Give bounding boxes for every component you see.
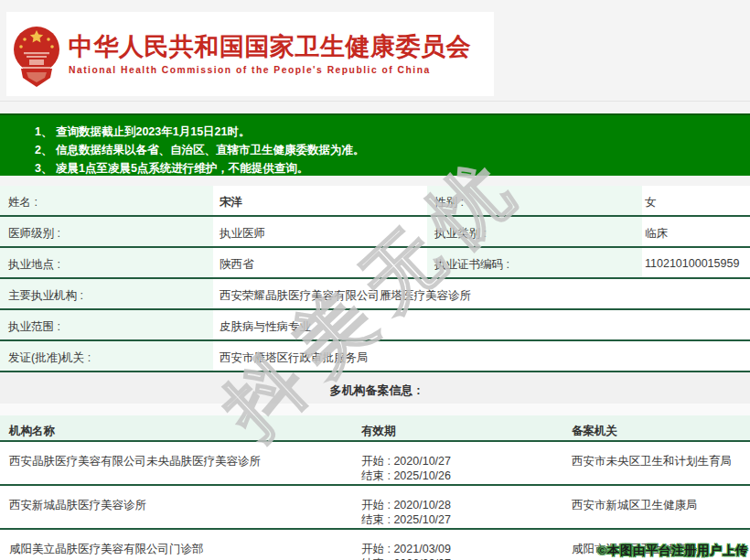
org-validity: 开始 : 2020/10/27 结束 : 2025/10/26 [361, 442, 572, 484]
field-value-main-institution: 西安荣耀晶肤医疗美容有限公司雁塔医疗美容诊所 [213, 279, 750, 308]
table-row: 姓名 : 宋洋 性别 : 女 [0, 186, 750, 217]
field-label-certificate-number: 执业证书编码 : [427, 248, 642, 277]
query-notice-panel: 1、 查询数据截止到2023年1月15日21时。 2、 信息数据结果以各省、自治… [0, 113, 750, 176]
org-name: 西安新城晶肤医疗美容诊所 [0, 486, 361, 528]
field-label-practice-scope: 执业范围 : [0, 310, 213, 339]
field-value-gender: 女 [642, 186, 750, 215]
validity-end: 结束 : 2025/10/27 [361, 512, 572, 527]
field-label-main-institution: 主要执业机构 : [0, 279, 213, 308]
org-validity: 开始 : 2021/03/09 结束 : 2026/03/07 [361, 530, 572, 560]
field-value-practice-scope: 皮肤病与性病专业 [213, 310, 750, 339]
field-label-gender: 性别 : [427, 186, 642, 215]
site-title-chinese: 中华人民共和国国家卫生健康委员会 [69, 33, 471, 60]
table-row: 医师级别 : 执业医师 执业类别 : 临床 [0, 217, 750, 248]
table-row: 执业地点 : 陕西省 执业证书编码 : 110210100015959 [0, 248, 750, 279]
table-row: 执业范围 : 皮肤病与性病专业 [0, 310, 750, 341]
field-value-issuing-authority: 西安市雁塔区行政审批服务局 [213, 341, 750, 371]
field-label-issuing-authority: 发证(批准)机关 : [0, 341, 213, 371]
header-divider [0, 101, 750, 102]
field-value-doctor-level: 执业医师 [213, 217, 427, 246]
uploader-watermark-badge: ©本图由平台注册用户上传 [598, 543, 748, 559]
field-value-practice-category: 临床 [642, 217, 750, 246]
validity-end: 结束 : 2026/03/07 [361, 556, 572, 560]
org-authority: 西安市未央区卫生和计划生育局 [572, 442, 750, 484]
notice-item: 1、 查询数据截止到2023年1月15日21时。 [35, 123, 750, 141]
field-label-name: 姓名 : [0, 186, 213, 215]
column-header-org-name: 机构名称 [0, 415, 361, 440]
validity-start: 开始 : 2021/03/09 [361, 542, 572, 556]
notice-item: 3、 凌晨1点至凌晨5点系统进行维护，不能提供查询。 [35, 159, 750, 178]
field-label-doctor-level: 医师级别 : [0, 217, 213, 246]
table-row: 西安晶肤医疗美容有限公司未央晶肤医疗美容诊所 开始 : 2020/10/27 结… [0, 442, 750, 486]
multi-org-section-title: 多机构备案信息 : [0, 372, 750, 404]
validity-end: 结束 : 2025/10/26 [361, 468, 572, 483]
org-name: 咸阳美立晶肤医疗美容有限公司门诊部 [0, 530, 361, 560]
column-header-validity: 有效期 [361, 415, 572, 440]
field-label-practice-category: 执业类别 : [427, 217, 642, 246]
site-title-english: National Health Commission of the People… [69, 65, 471, 75]
table-row: 主要执业机构 : 西安荣耀晶肤医疗美容有限公司雁塔医疗美容诊所 [0, 279, 750, 310]
china-national-emblem-icon [12, 25, 61, 89]
field-value-name: 宋洋 [213, 186, 427, 215]
field-value-certificate-number: 110210100015959 [642, 248, 750, 277]
org-validity: 开始 : 2020/10/28 结束 : 2025/10/27 [361, 486, 572, 528]
validity-start: 开始 : 2020/10/28 [361, 498, 572, 512]
column-header-authority: 备案机关 [572, 415, 750, 440]
site-header: 中华人民共和国国家卫生健康委员会 National Health Commiss… [6, 12, 494, 96]
field-value-practice-location: 陕西省 [213, 248, 427, 277]
section-gap [0, 404, 750, 415]
table-row: 发证(批准)机关 : 西安市雁塔区行政审批服务局 [0, 341, 750, 372]
validity-start: 开始 : 2020/10/27 [361, 454, 572, 468]
doctor-info-section: 姓名 : 宋洋 性别 : 女 医师级别 : 执业医师 执业类别 : 临床 执业地… [0, 186, 750, 560]
org-name: 西安晶肤医疗美容有限公司未央晶肤医疗美容诊所 [0, 442, 361, 484]
org-authority: 西安市新城区卫生健康局 [572, 486, 750, 528]
notice-item: 2、 信息数据结果以各省、自治区、直辖市卫生健康委数据为准。 [35, 141, 750, 159]
multi-org-table-header: 机构名称 有效期 备案机关 [0, 415, 750, 442]
table-row: 西安新城晶肤医疗美容诊所 开始 : 2020/10/28 结束 : 2025/1… [0, 486, 750, 530]
field-label-practice-location: 执业地点 : [0, 248, 213, 277]
